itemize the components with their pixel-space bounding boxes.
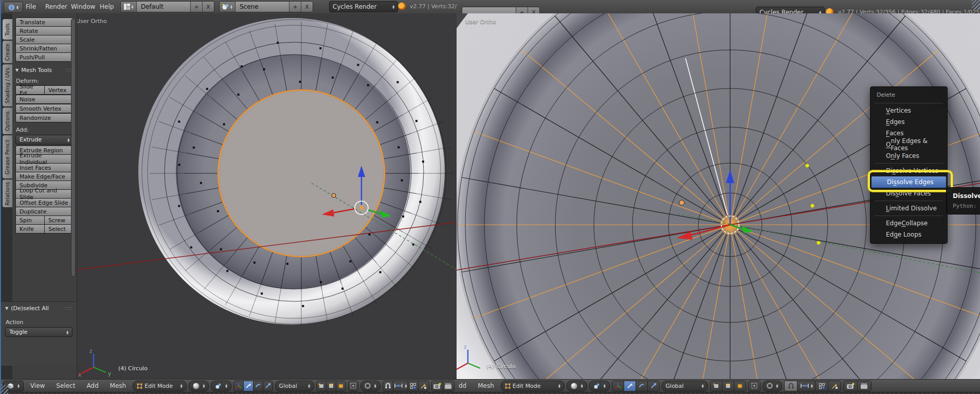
tool-shelf-tab-grease-pencil[interactable]: Grease Pencil	[2, 135, 12, 179]
menu-item-edge-loops[interactable]: Edge Loops	[870, 229, 947, 240]
deselect-panel-header[interactable]: ▼ (De)select All ::::	[5, 305, 72, 312]
menu-window[interactable]: Window	[71, 0, 95, 13]
scene-browse-icon[interactable]: ▲▼	[220, 2, 235, 12]
menu-item-edges[interactable]: Edges	[870, 116, 947, 128]
menu-item-vertices[interactable]: Vertices	[870, 105, 947, 116]
tool-button-spin[interactable]: Spin	[15, 216, 45, 225]
pivot-point-dropdown[interactable]: ▲▼	[589, 381, 610, 391]
tool-button-screw[interactable]: Screw	[45, 216, 74, 225]
tool-button-rotate[interactable]: Rotate	[15, 26, 74, 35]
tool-button-shrink-fatten[interactable]: Shrink/Fatten	[15, 44, 74, 53]
translate-manipulator-toggle[interactable]	[624, 381, 636, 391]
tool-shelf-tab-shading-uvs[interactable]: Shading / UVs	[2, 64, 12, 107]
face-select-toggle[interactable]	[336, 381, 346, 391]
tool-button-knife[interactable]: Knife	[15, 224, 45, 234]
mesh-tools-panel-header[interactable]: ▼ Mesh Tools ::::	[15, 67, 74, 74]
proportional-edit-dropdown[interactable]: ▲▼	[360, 381, 380, 391]
tool-shelf-tab-options[interactable]: Options	[2, 107, 12, 135]
window-resize-grip[interactable]	[1, 385, 8, 394]
vertex-select-toggle[interactable]	[711, 381, 722, 391]
rotate-manipulator-toggle[interactable]	[253, 381, 263, 391]
edge-select-toggle[interactable]	[326, 381, 336, 391]
tool-button-smooth-vertex[interactable]: Smooth Vertex	[15, 104, 74, 113]
rotate-manipulator-toggle[interactable]	[636, 381, 648, 391]
tool-button-duplicate[interactable]: Duplicate	[15, 207, 74, 216]
right-engine-dropdown-clipped[interactable]: Cycles Render ▲▼	[756, 7, 825, 14]
tool-shelf-tab-tools[interactable]: Tools	[2, 19, 12, 40]
orientation-dropdown[interactable]: Global ▲▼	[662, 381, 708, 391]
menu-mesh[interactable]: Mesh	[105, 382, 131, 389]
menu-view[interactable]: View	[26, 382, 49, 389]
manipulator-axes-toggle[interactable]	[234, 381, 244, 391]
panel-grip-icon[interactable]: ::::	[65, 306, 72, 311]
tool-button-scale[interactable]: Scale	[15, 35, 74, 44]
limit-selection-visible-toggle[interactable]	[349, 381, 358, 391]
tool-shelf-tab-relations[interactable]: Relations	[2, 179, 12, 208]
pivot-point-dropdown[interactable]: ▲▼	[211, 381, 231, 391]
tool-button-randomize[interactable]: Randomize	[15, 113, 74, 122]
tool-button-offset-edge-slide[interactable]: Offset Edge Slide	[15, 198, 74, 207]
tool-button-select[interactable]: Select	[45, 224, 74, 234]
menu-add-clipped[interactable]: dd	[459, 382, 471, 389]
translate-manipulator-toggle[interactable]	[244, 381, 253, 391]
tool-button-loop-cut-and-slide[interactable]: Loop Cut and Slide	[15, 189, 74, 199]
menu-item-dissolve-faces[interactable]: Dissolve Faces	[870, 188, 947, 199]
menu-file[interactable]: File	[26, 0, 36, 13]
snap-magnet-toggle[interactable]	[785, 381, 797, 391]
tool-button-slide-ed[interactable]: Slide Ed	[15, 85, 45, 95]
mode-dropdown[interactable]: Edit Mode ▲▼	[501, 381, 565, 391]
viewport-shading-dropdown[interactable]: ▲▼	[189, 381, 209, 391]
menu-select[interactable]: Select	[51, 382, 80, 389]
tool-button-vertex[interactable]: Vertex	[45, 85, 74, 95]
render-camera-icon[interactable]	[844, 381, 858, 391]
menu-add[interactable]: Add	[82, 382, 103, 389]
scene-selector[interactable]: ▲▼ Scene + X	[219, 1, 313, 12]
tool-shelf-tab-create[interactable]: Create	[2, 40, 12, 64]
viewport-shading-dropdown[interactable]: ▲▼	[567, 381, 587, 391]
render-animation-icon[interactable]	[858, 381, 871, 391]
render-animation-icon[interactable]	[443, 381, 454, 391]
snap-peel-toggle[interactable]	[815, 381, 828, 391]
menu-item-limited-dissolve[interactable]: Limited Dissolve	[870, 203, 947, 214]
orientation-dropdown[interactable]: Global ▲▼	[275, 381, 315, 391]
scale-manipulator-toggle[interactable]	[648, 381, 659, 391]
auto-merge-toggle[interactable]	[419, 381, 429, 391]
window-resize-grip[interactable]	[972, 0, 980, 9]
snap-element-dropdown[interactable]: ▲▼	[797, 381, 815, 391]
render-camera-icon[interactable]	[432, 381, 443, 391]
tool-shelf-scrollbar[interactable]	[71, 19, 76, 277]
scale-manipulator-toggle[interactable]	[263, 381, 273, 391]
snap-magnet-toggle[interactable]	[383, 381, 394, 391]
snap-peel-toggle[interactable]	[408, 381, 419, 391]
action-dropdown[interactable]: Toggle ▲▼	[5, 327, 72, 337]
tool-button-translate[interactable]: Translate	[15, 17, 74, 27]
scene-close-button[interactable]: X	[301, 2, 313, 12]
menu-item-edge-collapse[interactable]: Edge Collapse	[870, 218, 947, 229]
menu-item-dissolve-vertices[interactable]: Dissolve Vertices	[870, 165, 947, 176]
layout-browse-icon[interactable]: ▲▼	[121, 2, 137, 12]
menu-help[interactable]: Help	[100, 0, 114, 13]
mode-dropdown[interactable]: Edit Mode ▲▼	[133, 381, 186, 391]
layout-name[interactable]: Default	[137, 2, 190, 12]
scene-add-button[interactable]: +	[289, 2, 301, 12]
face-select-toggle[interactable]	[734, 381, 746, 391]
menu-render[interactable]: Render	[45, 0, 67, 13]
auto-merge-toggle[interactable]	[828, 381, 841, 391]
tool-button-extrude-individual[interactable]: Extrude Individual	[15, 154, 74, 164]
tool-button-noise[interactable]: Noise	[15, 95, 74, 104]
manipulator-axes-toggle[interactable]	[612, 381, 624, 391]
edge-select-toggle[interactable]	[722, 381, 734, 391]
editor-type-info-button[interactable]: i ▲▼	[4, 2, 23, 13]
extrude-dropdown[interactable]: Extrude ▲▼	[15, 135, 74, 145]
right-scene-selector-clipped[interactable]: +X	[462, 7, 540, 14]
screen-layout-selector[interactable]: ▲▼ Default + X	[120, 1, 214, 12]
render-engine-dropdown[interactable]: Cycles Render ▲▼	[329, 1, 398, 12]
menu-item-dissolve-edges[interactable]: Dissolve Edges	[872, 176, 946, 188]
scene-name[interactable]: Scene	[235, 2, 289, 12]
tool-button-push-pull[interactable]: Push/Pull	[15, 52, 74, 62]
layout-add-button[interactable]: +	[190, 2, 202, 12]
limit-selection-visible-toggle[interactable]	[749, 381, 760, 391]
tool-button-make-edge-face[interactable]: Make Edge/Face	[15, 172, 74, 181]
layout-close-button[interactable]: X	[202, 2, 214, 12]
timeline-strip[interactable]	[1, 392, 980, 394]
